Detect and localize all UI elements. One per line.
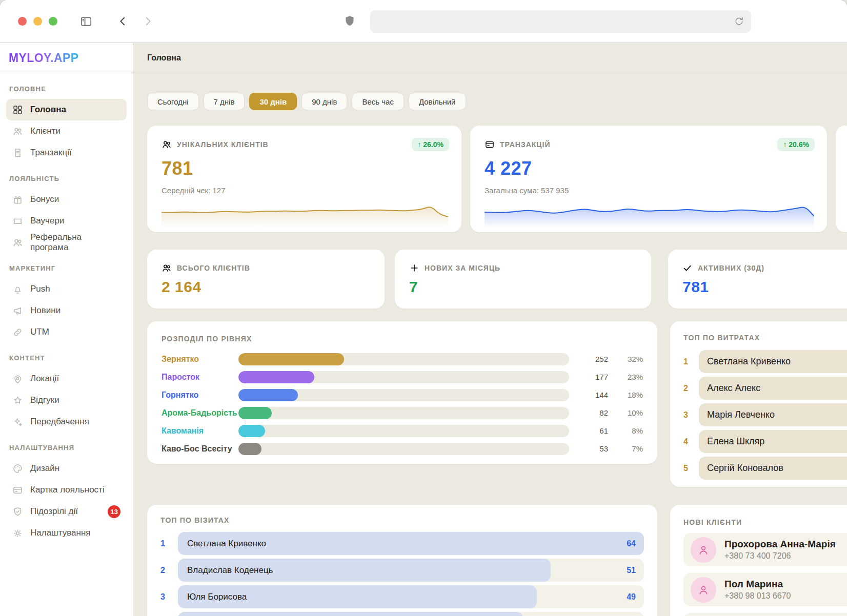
sidebar-item-referral[interactable]: Реферальна програма <box>6 232 127 253</box>
client-row[interactable]: Пол Марина +380 98 013 6670 <box>683 573 847 606</box>
new-clients-panel: НОВІ КЛІЄНТИ Прохорова Анна-Марія +380 7… <box>670 505 847 616</box>
sidebar-item-label: Новини <box>30 305 60 316</box>
rank-number: 2 <box>683 384 699 393</box>
rank-number: 3 <box>160 592 178 602</box>
level-bar <box>238 371 314 383</box>
spend-row[interactable]: 3 Марія Левченко <box>683 403 847 426</box>
new-clients-rows: Прохорова Анна-Марія +380 73 400 7206 По… <box>683 533 847 616</box>
sidebar-item-peredbachennia[interactable]: Передбачення <box>6 411 127 433</box>
spend-row[interactable]: 1 Светлана Кривенко <box>683 350 847 373</box>
sidebar-item-golovna[interactable]: Головна <box>6 99 127 120</box>
sidebar-item-utm[interactable]: UTM <box>6 321 127 343</box>
client-name: Елена Шкляр <box>699 430 847 453</box>
level-percent: 7% <box>613 444 643 453</box>
sidebar-item-kartka[interactable]: Картка лояльності <box>6 479 127 501</box>
client-name: Сергій Коновалов <box>699 457 847 480</box>
sidebar-item-vauchery[interactable]: Ваучери <box>6 210 127 232</box>
avatar <box>691 537 716 563</box>
level-label: Кавоманія <box>162 426 233 436</box>
sidebar-item-label: Клієнти <box>30 126 60 136</box>
visits-row[interactable]: 1 Светлана Кривенко 64 <box>160 532 644 555</box>
sidebar-item-vidhuky[interactable]: Відгуки <box>6 389 127 411</box>
card-icon <box>485 139 495 150</box>
forward-button[interactable] <box>142 15 154 28</box>
rank-number: 1 <box>160 539 178 548</box>
visits-row[interactable]: 2 Владислав Коденець 51 <box>160 559 644 582</box>
sidebar-item-label: Ваучери <box>30 216 64 226</box>
level-bar <box>238 389 298 401</box>
visits-row[interactable]: 3 Юля Борисова 49 <box>160 585 644 608</box>
sidebar-item-label: Локації <box>30 374 59 384</box>
level-row: Паросток 177 23% <box>162 368 643 386</box>
close-window-button[interactable] <box>18 17 27 26</box>
chip-7days[interactable]: 7 днів <box>204 93 245 110</box>
chip-custom[interactable]: Довільний <box>409 93 466 110</box>
client-name: Пол Марина <box>724 579 791 590</box>
card-title: НОВИХ ЗА МІСЯЦЬ <box>425 264 500 272</box>
sidebar: MYLOY.APP ГОЛОВНЕ Головна Клієнти Транза… <box>0 43 133 616</box>
logo-row: MYLOY.APP <box>0 43 133 73</box>
chip-today[interactable]: Сьогодні <box>147 93 199 110</box>
sidebar-item-klienty[interactable]: Клієнти <box>6 120 127 142</box>
zoom-window-button[interactable] <box>49 17 57 26</box>
page-title: Головна <box>133 43 847 73</box>
level-bar-track <box>238 425 569 437</box>
sidebar-item-label: Реферальна програма <box>30 232 120 253</box>
panel-title: РОЗПОДІЛ ПО РІВНЯХ <box>162 335 643 343</box>
avg-check-subtitle: Середній чек: 127 <box>162 186 449 195</box>
panel-title: ТОП ПО ВІЗИТАХ <box>160 516 644 524</box>
unique-clients-card: УНІКАЛЬНИХ КЛІЄНТІВ ↑ 26.0% 781 Середній… <box>147 126 461 232</box>
rank-number: 4 <box>683 437 699 446</box>
rank-number: 5 <box>683 464 699 473</box>
sidebar-item-dyzain[interactable]: Дизайн <box>6 458 127 479</box>
mini-cards-row: ВСЬОГО КЛІЄНТІВ 2 164 НОВИХ ЗА МІСЯЦЬ 7 <box>147 250 847 309</box>
back-button[interactable] <box>116 15 129 28</box>
visits-row[interactable]: 4 <box>160 612 644 616</box>
browser-chrome <box>0 0 847 43</box>
address-bar[interactable] <box>370 10 751 33</box>
browser-window: MYLOY.APP ГОЛОВНЕ Головна Клієнти Транза… <box>0 0 847 616</box>
level-label: Каво-Бос Всесіту <box>162 444 233 454</box>
sidebar-item-lokatsii[interactable]: Локації <box>6 368 127 389</box>
client-row[interactable]: Прохорова Анна-Марія +380 73 400 7206 <box>683 533 847 566</box>
total-sum-subtitle: Загальна сума: 537 935 <box>485 186 815 195</box>
megaphone-icon <box>12 305 23 316</box>
chip-90days[interactable]: 90 днів <box>301 93 347 110</box>
sidebar-item-pidozrili-dii[interactable]: Підозрілі дії 13 <box>6 501 127 522</box>
level-bar-track <box>238 407 569 419</box>
growth-badge: ↑ 20.6% <box>777 138 815 151</box>
gift-icon <box>12 194 23 205</box>
sidebar-item-bonusy[interactable]: Бонуси <box>6 189 127 210</box>
sparkline-area <box>485 197 814 228</box>
minimize-window-button[interactable] <box>33 17 42 26</box>
card-title: ВСЬОГО КЛІЄНТІВ <box>177 264 250 272</box>
spend-row[interactable]: 5 Сергій Коновалов <box>683 457 847 480</box>
chip-alltime[interactable]: Весь час <box>352 93 404 110</box>
level-percent: 32% <box>613 355 643 363</box>
privacy-shield-icon[interactable] <box>343 14 356 28</box>
main-area: Головна Сьогодні 7 днів 30 днів 90 днів … <box>133 43 847 616</box>
new-month-card: НОВИХ ЗА МІСЯЦЬ 7 <box>395 250 651 309</box>
level-value: 61 <box>574 426 608 435</box>
avatar <box>691 577 716 603</box>
content: Сьогодні 7 днів 30 днів 90 днів Весь час… <box>133 73 847 616</box>
spend-row[interactable]: 2 Алекс Алекс <box>683 377 847 400</box>
client-name: Прохорова Анна-Марія <box>724 539 836 550</box>
sidebar-item-label: Картка лояльності <box>30 485 105 495</box>
grid-icon <box>12 105 23 115</box>
level-percent: 8% <box>613 426 643 435</box>
sidebar-item-push[interactable]: Push <box>6 278 127 300</box>
chip-30days[interactable]: 30 днів <box>249 93 297 110</box>
client-row[interactable] <box>683 613 847 616</box>
refresh-icon[interactable] <box>734 16 744 27</box>
sidebar-item-nalashtuvannia[interactable]: Налаштування <box>6 522 127 544</box>
sidebar-item-label: Підозрілі дії <box>30 506 78 517</box>
sidebar-item-novyny[interactable]: Новини <box>6 300 127 321</box>
sidebar-item-label: Дизайн <box>30 463 59 474</box>
sidebar-toggle-icon[interactable] <box>79 15 93 28</box>
sidebar-section-label: МАРКЕТИНГ <box>9 264 127 272</box>
spend-row[interactable]: 4 Елена Шкляр <box>683 430 847 453</box>
level-bar <box>238 407 272 419</box>
map-pin-icon <box>12 374 23 384</box>
sidebar-item-tranzaktsii[interactable]: Транзакції <box>6 142 127 163</box>
